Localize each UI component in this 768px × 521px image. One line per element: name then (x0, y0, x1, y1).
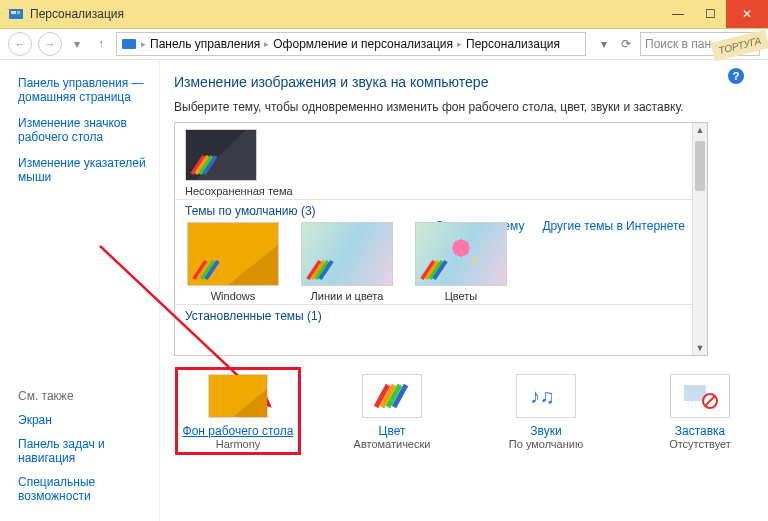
svg-text:♪♫: ♪♫ (530, 385, 555, 407)
crumb-root[interactable]: Панель управления (150, 37, 260, 51)
address-bar: ← → ▾ ↑ ▸ Панель управления ▸ Оформление… (0, 29, 768, 60)
color-label[interactable]: Цвет (379, 424, 406, 438)
personalization-icon (8, 6, 24, 22)
defaults-heading: Темы по умолчанию (3) (185, 204, 697, 218)
theme-flowers-label: Цветы (445, 290, 478, 302)
color-value: Автоматически (354, 438, 431, 450)
sidebar-link-screen[interactable]: Экран (18, 413, 147, 427)
sounds-value: По умолчанию (509, 438, 583, 450)
sounds-icon: ♪♫ (516, 374, 576, 418)
color-fan-icon (190, 154, 220, 176)
theme-unsaved[interactable]: Несохраненная тема (185, 129, 315, 197)
scroll-down-icon[interactable]: ▼ (693, 341, 707, 355)
scroll-up-icon[interactable]: ▲ (693, 123, 707, 137)
refresh-button[interactable]: ⟳ (618, 36, 634, 52)
scrollbar[interactable]: ▲ ▼ (692, 123, 707, 355)
forward-button[interactable]: → (38, 32, 62, 56)
screensaver-value: Отсутствует (669, 438, 731, 450)
up-level-button[interactable]: ↑ (92, 35, 110, 53)
up-button[interactable]: ▾ (68, 35, 86, 53)
titlebar: Персонализация — ☐ ✕ (0, 0, 768, 29)
sidebar-link-accessibility[interactable]: Специальные возможности (18, 475, 147, 503)
color-fan-icon (192, 259, 222, 281)
svg-rect-2 (17, 11, 20, 14)
scrollbar-thumb[interactable] (695, 141, 705, 191)
sidebar-home-link[interactable]: Панель управления — домашняя страница (18, 76, 147, 104)
color-button[interactable]: Цвет Автоматически (330, 368, 454, 454)
control-panel-icon (121, 36, 137, 52)
desktop-background-preview (208, 374, 268, 418)
sounds-button[interactable]: ♪♫ Звуки По умолчанию (484, 368, 608, 454)
theme-windows-preview (187, 222, 279, 286)
theme-lines[interactable]: Линии и цвета (299, 222, 395, 302)
desktop-background-button[interactable]: Фон рабочего стола Harmony (176, 368, 300, 454)
sidebar-link-taskbar[interactable]: Панель задач и навигация (18, 437, 147, 465)
screensaver-icon (670, 374, 730, 418)
search-placeholder: Поиск в пан (645, 37, 711, 51)
window-title: Персонализация (30, 7, 124, 21)
maximize-button[interactable]: ☐ (694, 0, 726, 28)
screensaver-button[interactable]: Заставка Отсутствует (638, 368, 762, 454)
screensaver-label[interactable]: Заставка (675, 424, 726, 438)
settings-row: Фон рабочего стола Harmony Цвет Автомати… (174, 368, 762, 454)
online-themes-link[interactable]: Другие темы в Интернете (542, 219, 685, 233)
sidebar: Панель управления — домашняя страница Из… (0, 60, 160, 521)
theme-flowers-preview (415, 222, 507, 286)
theme-flowers[interactable]: Цветы (413, 222, 509, 302)
desktop-background-label[interactable]: Фон рабочего стола (183, 424, 294, 438)
see-also-heading: См. также (18, 389, 147, 403)
svg-rect-3 (122, 39, 136, 49)
minimize-button[interactable]: — (662, 0, 694, 28)
crumb-mid[interactable]: Оформление и персонализация (273, 37, 453, 51)
color-icon (362, 374, 422, 418)
close-button[interactable]: ✕ (726, 0, 768, 28)
color-fan-icon (420, 259, 450, 281)
sidebar-link-desktop-icons[interactable]: Изменение значков рабочего стола (18, 116, 147, 144)
installed-heading: Установленные темы (1) (185, 309, 697, 323)
page-heading: Изменение изображения и звука на компьют… (174, 74, 762, 90)
themes-pane: ▲ ▼ Несохраненная тема (174, 122, 708, 356)
help-icon[interactable]: ? (728, 68, 744, 84)
theme-unsaved-label: Несохраненная тема (185, 185, 293, 197)
theme-lines-preview (301, 222, 393, 286)
svg-line-8 (705, 396, 715, 406)
back-button[interactable]: ← (8, 32, 32, 56)
svg-rect-1 (11, 11, 16, 14)
theme-windows[interactable]: Windows (185, 222, 281, 302)
theme-unsaved-preview (185, 129, 257, 181)
sounds-label[interactable]: Звуки (530, 424, 561, 438)
desktop-background-value: Harmony (216, 438, 261, 450)
content-area: ? Изменение изображения и звука на компь… (160, 60, 768, 521)
theme-windows-label: Windows (211, 290, 256, 302)
crumb-leaf[interactable]: Персонализация (466, 37, 560, 51)
theme-lines-label: Линии и цвета (311, 290, 384, 302)
breadcrumb[interactable]: ▸ Панель управления ▸ Оформление и персо… (116, 32, 586, 56)
page-subtext: Выберите тему, чтобы одновременно измени… (174, 100, 762, 114)
color-fan-icon (306, 259, 336, 281)
sidebar-link-mouse-pointers[interactable]: Изменение указателей мыши (18, 156, 147, 184)
breadcrumb-dropdown-icon[interactable]: ▾ (596, 36, 612, 52)
